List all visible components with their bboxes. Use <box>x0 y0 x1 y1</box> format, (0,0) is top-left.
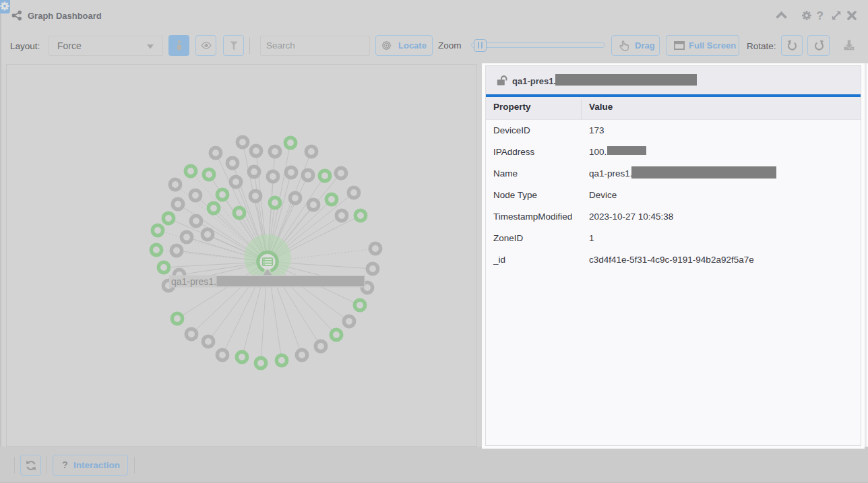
svg-text:qa1-pres1.: qa1-pres1. <box>171 276 216 287</box>
svg-text:?: ? <box>817 9 824 22</box>
